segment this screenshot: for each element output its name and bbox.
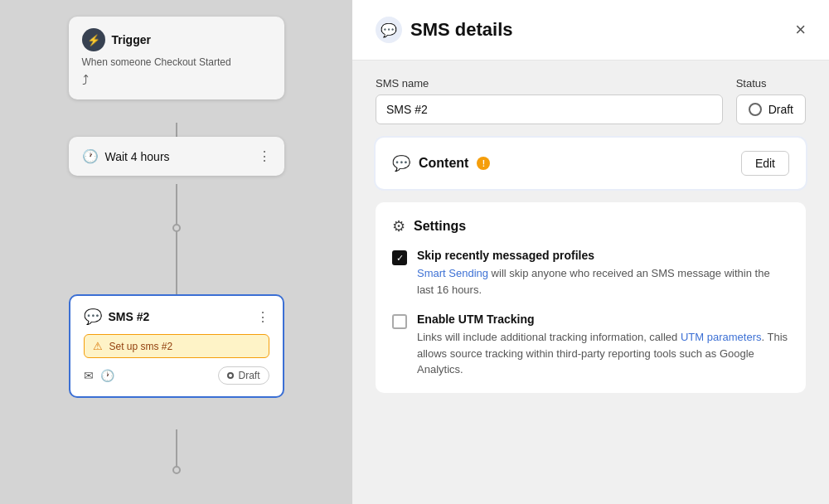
status-dot-icon <box>749 103 762 116</box>
settings-title: Settings <box>414 219 466 234</box>
gear-icon: ⚙ <box>392 217 405 235</box>
connector-line-2 <box>176 184 177 230</box>
sms-footer-icons: ✉ 🕐 <box>84 369 114 382</box>
wait-node[interactable]: 🕐 Wait 4 hours ⋮ <box>69 137 284 176</box>
sms-node-title: SMS #2 <box>109 310 150 323</box>
edit-button[interactable]: Edit <box>741 151 789 176</box>
sms-warning-text: Set up sms #2 <box>109 341 173 352</box>
settings-section: ⚙ Settings ✓ Skip recently messaged prof… <box>376 202 806 393</box>
sms-node-icon: 💬 <box>84 308 102 326</box>
connector-line-4 <box>176 429 177 471</box>
skip-setting-item: ✓ Skip recently messaged profiles Smart … <box>392 249 789 298</box>
status-button[interactable]: Draft <box>736 94 806 124</box>
details-sms-icon: 💬 <box>376 17 402 43</box>
skip-setting-content: Skip recently messaged profiles Smart Se… <box>417 249 789 298</box>
connector-dot-3 <box>172 466 181 474</box>
status-label: Status <box>736 77 806 90</box>
trigger-small-icon: ⤴ <box>82 73 271 88</box>
name-status-row: SMS name Status Draft <box>376 77 806 124</box>
utm-setting-title: Enable UTM Tracking <box>417 313 789 326</box>
status-field-group: Status Draft <box>736 77 806 124</box>
sms-name-label: SMS name <box>376 77 723 90</box>
sms-node[interactable]: 💬 SMS #2 ⋮ ⚠ Set up sms #2 ✉ 🕐 Draft <box>69 294 284 398</box>
content-label: Content <box>419 156 468 171</box>
close-button[interactable]: × <box>795 21 806 39</box>
sms-more-options[interactable]: ⋮ <box>256 309 269 325</box>
utm-desc-1: Links will include additional tracking i… <box>417 331 681 343</box>
trigger-subtitle: When someone Checkout Started <box>82 56 271 68</box>
details-title: SMS details <box>410 19 512 41</box>
status-value: Draft <box>768 103 793 116</box>
draft-badge: Draft <box>218 366 269 385</box>
clock-icon: 🕐 <box>82 148 99 164</box>
trigger-node[interactable]: ⚡ Trigger When someone Checkout Started … <box>69 17 284 99</box>
warning-icon: ⚠ <box>93 340 103 352</box>
connector-line-3 <box>176 230 177 300</box>
trigger-icon: ⚡ <box>82 28 105 51</box>
envelope-icon: ✉ <box>84 369 94 382</box>
draft-circle-icon <box>227 372 234 379</box>
sms-details-panel: 💬 SMS details × SMS name Status Draft 💬 <box>352 0 829 504</box>
details-body: SMS name Status Draft 💬 Content ! Edit <box>352 61 829 410</box>
sms-name-field-group: SMS name <box>376 77 723 124</box>
skip-setting-title: Skip recently messaged profiles <box>417 249 789 262</box>
details-title-row: 💬 SMS details <box>376 17 512 43</box>
utm-setting-desc: Links will include additional tracking i… <box>417 329 789 378</box>
utm-params-link[interactable]: UTM parameters <box>681 331 762 343</box>
content-left: 💬 Content ! <box>392 154 490 172</box>
details-header: 💬 SMS details × <box>352 0 829 61</box>
schedule-icon: 🕐 <box>100 369 114 382</box>
utm-setting-content: Enable UTM Tracking Links will include a… <box>417 313 789 378</box>
workflow-canvas: ⚡ Trigger When someone Checkout Started … <box>0 0 352 504</box>
sms-warning-bar: ⚠ Set up sms #2 <box>84 334 269 358</box>
draft-label: Draft <box>238 370 259 381</box>
content-sms-icon: 💬 <box>392 154 410 172</box>
utm-setting-item: Enable UTM Tracking Links will include a… <box>392 313 789 378</box>
smart-sending-link[interactable]: Smart Sending <box>417 267 488 279</box>
wait-label: Wait 4 hours <box>105 150 170 163</box>
utm-checkbox[interactable] <box>392 314 407 329</box>
content-warning-dot: ! <box>477 157 490 170</box>
sms-name-input[interactable] <box>376 94 723 124</box>
content-section: 💬 Content ! Edit <box>376 138 806 189</box>
skip-setting-desc: Smart Sending will skip anyone who recei… <box>417 265 789 298</box>
skip-checkbox[interactable]: ✓ <box>392 250 407 265</box>
trigger-title: Trigger <box>112 33 151 46</box>
settings-header: ⚙ Settings <box>392 217 789 235</box>
wait-more-options[interactable]: ⋮ <box>258 148 271 164</box>
